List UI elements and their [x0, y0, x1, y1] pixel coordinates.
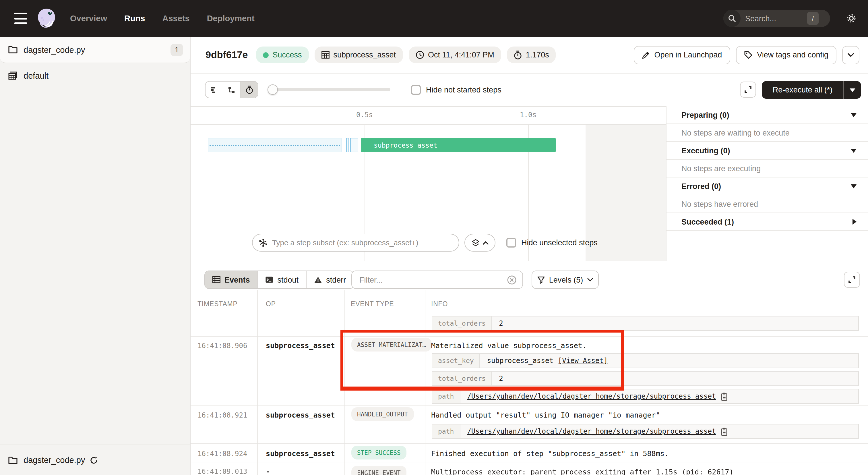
view-tags-config-button[interactable]: View tags and config — [736, 46, 836, 64]
gantt-time-axis: 0.5s 1.0s — [191, 106, 666, 125]
panel-info-row: No steps are waiting to execute — [666, 124, 868, 142]
clear-filter-icon[interactable] — [507, 275, 517, 285]
tab-events[interactable]: Events — [205, 271, 258, 288]
folder-icon — [8, 456, 18, 464]
code-location-row[interactable]: dagster_code.py 1 — [0, 37, 190, 63]
event-type-badge: ENGINE_EVENT — [351, 466, 406, 475]
storage-path-link[interactable]: /Users/yuhan/dev/local/dagster_home/stor… — [467, 392, 716, 400]
view-mode-flat-button[interactable] — [206, 82, 223, 98]
main-content: 9dbf617e Success subprocess_asset — [191, 37, 868, 475]
event-info-text: Multiprocess executor: parent process ex… — [431, 468, 734, 475]
events-table-icon — [212, 276, 220, 283]
col-header-op[interactable]: OP — [266, 300, 276, 307]
gantt-step-bar[interactable]: subprocess_asset — [361, 138, 556, 152]
run-actions-chevron-button[interactable] — [842, 46, 859, 64]
tab-stderr[interactable]: stderr — [307, 271, 353, 288]
hide-unselected-checkbox[interactable] — [506, 238, 516, 247]
panel-section-preparing[interactable]: Preparing (0) — [666, 106, 868, 124]
event-timestamp: 16:41:09.013 — [197, 468, 247, 475]
step-subset-input[interactable] — [272, 238, 453, 247]
time-tick: 1.0s — [520, 111, 536, 119]
panel-section-succeeded[interactable]: Succeeded (1) — [666, 213, 868, 231]
nav-item-overview[interactable]: Overview — [70, 14, 107, 23]
metadata-row: asset_key subprocess_asset[View Asset] — [432, 353, 859, 368]
repository-icon — [8, 71, 18, 81]
caret-down-icon — [851, 113, 857, 117]
reexecute-dropdown-button[interactable] — [844, 81, 861, 99]
run-header: 9dbf617e Success subprocess_asset — [191, 37, 868, 73]
hamburger-menu-icon[interactable] — [14, 12, 27, 24]
nav-item-assets[interactable]: Assets — [162, 14, 190, 23]
left-sidebar: dagster_code.py 1 default dagster_code.p… — [0, 37, 191, 475]
event-op[interactable]: subprocess_asset — [266, 411, 335, 419]
gantt-fullscreen-button[interactable] — [740, 82, 756, 98]
clock-icon — [415, 51, 424, 59]
copy-icon[interactable] — [720, 427, 728, 436]
log-tabs: Events stdout stderr — [205, 270, 354, 289]
chevron-down-icon — [847, 53, 854, 57]
time-tick: 0.5s — [356, 111, 373, 119]
gantt-prep-segment — [350, 138, 358, 152]
search-shortcut-key: / — [807, 12, 818, 25]
zoom-slider-handle[interactable] — [268, 84, 278, 95]
view-asset-link[interactable]: [View Asset] — [558, 357, 608, 365]
fullscreen-icon — [744, 86, 752, 94]
reload-icon[interactable] — [90, 456, 98, 464]
layers-icon — [472, 239, 479, 247]
event-op[interactable]: subprocess_asset — [266, 449, 335, 458]
log-filter-input[interactable] — [360, 275, 507, 284]
panel-section-executing[interactable]: Executing (0) — [666, 142, 868, 160]
view-mode-waterfall-button[interactable] — [223, 82, 241, 98]
nav-item-runs[interactable]: Runs — [124, 14, 145, 23]
view-mode-timed-button[interactable] — [241, 82, 258, 98]
panel-info-row: No steps are executing — [666, 160, 868, 177]
hide-unselected-label: Hide unselected steps — [521, 238, 598, 247]
run-count-badge: 1 — [170, 43, 183, 56]
search-icon — [723, 10, 741, 27]
copy-icon[interactable] — [720, 392, 728, 400]
log-filter-field — [351, 270, 523, 289]
tab-stdout[interactable]: stdout — [258, 271, 307, 288]
col-header-info[interactable]: INFO — [431, 300, 448, 307]
sidebar-item-default[interactable]: default — [0, 67, 190, 84]
top-nav: Overview Runs Assets Deployment / — [0, 0, 868, 37]
start-time-tag: Oct 11, 4:41:07 PM — [408, 47, 501, 63]
graph-query-toggle-button[interactable] — [464, 234, 495, 251]
col-header-event-type[interactable]: EVENT TYPE — [351, 300, 394, 307]
job-tag[interactable]: subprocess_asset — [314, 47, 403, 63]
reexecute-all-button[interactable]: Re-execute all (*) — [762, 81, 843, 99]
tag-icon — [744, 51, 752, 59]
levels-filter-button[interactable]: Levels (5) — [532, 270, 599, 289]
nav-item-deployment[interactable]: Deployment — [207, 14, 255, 23]
open-in-launchpad-button[interactable]: Open in Launchpad — [634, 46, 730, 64]
event-op[interactable]: subprocess_asset — [266, 341, 335, 350]
step-subset-field — [252, 234, 459, 251]
search-input[interactable] — [745, 14, 805, 23]
chevron-down-icon — [587, 278, 593, 281]
folder-icon — [8, 46, 18, 54]
step-selector-icon — [259, 238, 268, 247]
panel-section-errored[interactable]: Errored (0) — [666, 177, 868, 195]
metadata-row: path /Users/yuhan/dev/local/dagster_home… — [432, 424, 859, 439]
duration-tag: 1.170s — [507, 47, 556, 63]
settings-gear-icon[interactable] — [845, 12, 858, 25]
col-header-timestamp[interactable]: TIMESTAMP — [197, 300, 238, 307]
metadata-row: total_orders 2 — [432, 371, 859, 386]
event-type-badge: ASSET_MATERIALIZAT… — [351, 338, 432, 352]
event-timestamp: 16:41:08.906 — [197, 342, 247, 350]
logs-fullscreen-button[interactable] — [844, 272, 860, 288]
status-dot-icon — [262, 52, 268, 58]
event-timestamp: 16:41:08.924 — [197, 450, 247, 458]
reexecute-split-button: Re-execute all (*) — [762, 81, 861, 99]
status-badge: Success — [256, 47, 309, 63]
zoom-slider-track[interactable] — [273, 88, 391, 91]
storage-path-link[interactable]: /Users/yuhan/dev/local/dagster_home/stor… — [467, 427, 716, 435]
event-info-text: Materialized value subprocess_asset. — [431, 341, 587, 350]
event-info-text: Finished execution of step "subprocess_a… — [431, 449, 669, 458]
hide-not-started-checkbox[interactable] — [411, 85, 421, 95]
timer-view-icon — [245, 85, 253, 94]
event-op: - — [266, 467, 270, 475]
global-search[interactable]: / — [723, 10, 830, 27]
caret-down-icon — [851, 148, 857, 152]
dagster-logo-icon[interactable] — [34, 6, 59, 30]
